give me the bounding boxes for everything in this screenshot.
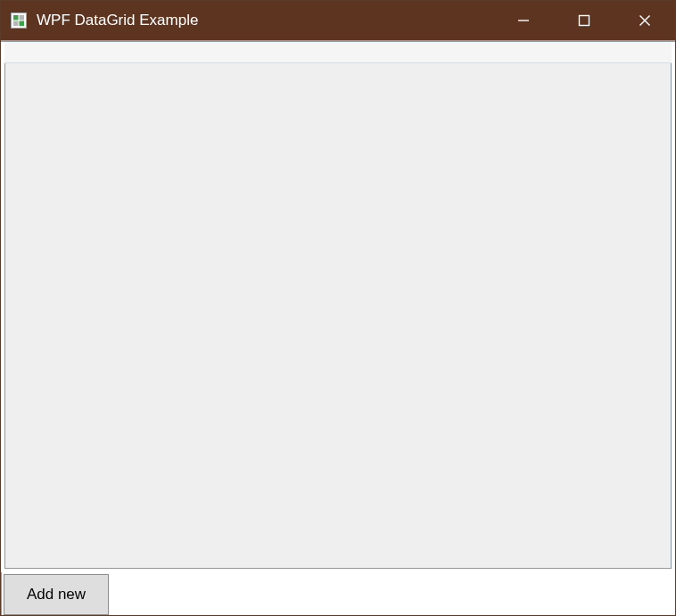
svg-rect-3 <box>13 21 19 27</box>
app-window: WPF DataGrid Example <box>0 0 676 616</box>
minimize-button[interactable] <box>493 1 554 40</box>
footer: Add new <box>1 572 675 615</box>
window-title: WPF DataGrid Example <box>37 12 198 29</box>
close-button[interactable] <box>614 1 675 40</box>
datagrid[interactable] <box>4 42 672 569</box>
datagrid-header <box>4 42 672 63</box>
svg-rect-1 <box>13 15 19 21</box>
svg-rect-6 <box>580 16 589 26</box>
client-area: Add new <box>1 40 675 615</box>
add-new-button[interactable]: Add new <box>4 574 109 615</box>
window-controls <box>493 1 675 40</box>
titlebar[interactable]: WPF DataGrid Example <box>1 1 675 40</box>
datagrid-body[interactable] <box>4 63 672 569</box>
maximize-button[interactable] <box>554 1 614 40</box>
app-icon <box>10 12 28 29</box>
svg-rect-4 <box>20 21 25 27</box>
svg-rect-2 <box>20 15 25 21</box>
